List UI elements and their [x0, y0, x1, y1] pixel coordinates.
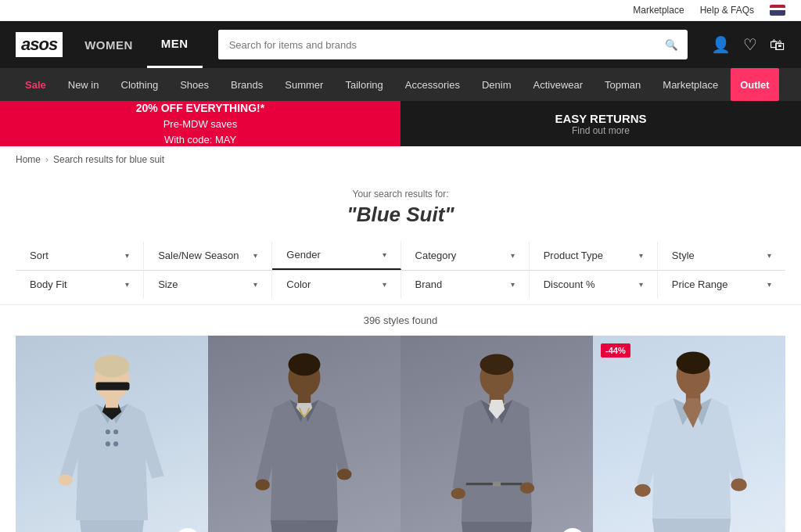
chevron-down-icon: ▾: [383, 280, 386, 289]
product-card-3[interactable]: MIX & MATCH ♡: [400, 336, 593, 532]
filter-category[interactable]: Category ▾: [401, 242, 530, 269]
chevron-down-icon: ▾: [767, 280, 771, 289]
promo-line3: With code: MAY: [164, 134, 236, 146]
svg-point-8: [94, 355, 129, 378]
filter-product-type-label: Product Type: [544, 250, 603, 261]
discount-badge-4: -44%: [601, 343, 630, 358]
filter-discount[interactable]: Discount % ▾: [530, 271, 658, 298]
gender-nav: WOMEN MEN: [70, 21, 203, 68]
header-icons: 👤 ♡ 🛍: [711, 35, 785, 54]
cat-sale[interactable]: Sale: [16, 68, 56, 101]
filter-sort[interactable]: Sort ▾: [16, 242, 144, 269]
search-bar: 🔍: [218, 30, 688, 59]
breadcrumb-home[interactable]: Home: [16, 154, 41, 165]
cat-tailoring[interactable]: Tailoring: [336, 68, 392, 101]
help-link[interactable]: Help & FAQs: [700, 5, 754, 16]
cat-summer[interactable]: Summer: [275, 68, 332, 101]
filter-category-label: Category: [415, 250, 457, 261]
svg-point-10: [289, 354, 321, 376]
svg-rect-13: [298, 392, 311, 403]
product-figure-4: [593, 336, 785, 532]
returns-title: EASY RETURNS: [555, 112, 646, 125]
search-query: "Blue Suit": [16, 203, 785, 227]
chevron-down-icon: ▾: [639, 251, 643, 260]
promo-line1: 20% OFF EVERYTHING!*: [136, 102, 264, 114]
search-label: Your search results for:: [16, 189, 785, 200]
filter-body-fit-label: Body Fit: [30, 279, 67, 290]
nav-men[interactable]: MEN: [147, 21, 203, 68]
bag-icon[interactable]: 🛍: [770, 36, 785, 54]
filter-size[interactable]: Size ▾: [144, 271, 272, 298]
returns-sub[interactable]: Find out more: [555, 125, 646, 136]
nav-women[interactable]: WOMEN: [70, 21, 147, 68]
cat-shoes[interactable]: Shoes: [171, 68, 218, 101]
search-button[interactable]: 🔍: [656, 30, 688, 59]
utility-bar: Marketplace Help & FAQs: [0, 0, 801, 21]
product-figure-2: [208, 336, 400, 532]
product-grid: MIX & MATCH ♡: [0, 336, 801, 532]
logo[interactable]: asos: [16, 32, 63, 57]
filter-sort-label: Sort: [30, 250, 48, 261]
cat-brands[interactable]: Brands: [221, 68, 272, 101]
svg-rect-7: [106, 396, 118, 408]
svg-point-11: [255, 479, 269, 490]
svg-point-5: [113, 441, 118, 446]
breadcrumb: Home › Search results for blue suit: [0, 146, 801, 173]
filter-row-1: Sort ▾ Sale/New Season ▾ Gender ▾ Catego…: [16, 241, 785, 271]
chevron-down-icon: ▾: [253, 280, 257, 289]
cat-topman[interactable]: Topman: [595, 68, 650, 101]
chevron-down-icon: ▾: [511, 280, 515, 289]
cat-marketplace[interactable]: Marketplace: [653, 68, 727, 101]
filter-style[interactable]: Style ▾: [658, 242, 785, 269]
cat-accessories[interactable]: Accessories: [396, 68, 469, 101]
svg-point-4: [113, 430, 118, 434]
filter-sale-new-season[interactable]: Sale/New Season ▾: [144, 242, 272, 269]
breadcrumb-separator: ›: [45, 154, 48, 165]
chevron-down-icon: ▾: [767, 251, 771, 260]
filter-body-fit[interactable]: Body Fit ▾: [16, 271, 144, 298]
svg-point-26: [677, 352, 710, 375]
product-card-1[interactable]: MIX & MATCH ♡: [16, 336, 208, 532]
filter-row-2: Body Fit ▾ Size ▾ Color ▾ Brand ▾ Discou…: [16, 271, 785, 298]
product-image-4: [593, 336, 785, 532]
marketplace-link[interactable]: Marketplace: [633, 5, 684, 16]
promo-line2: Pre-MDW saves: [163, 118, 238, 130]
cat-activewear[interactable]: Activewear: [523, 68, 592, 101]
svg-point-22: [520, 483, 534, 494]
svg-point-29: [731, 478, 747, 491]
filter-price-range[interactable]: Price Range ▾: [658, 271, 785, 298]
results-count: 396 styles found: [0, 305, 801, 336]
chevron-down-icon: ▾: [511, 251, 515, 260]
filter-color[interactable]: Color ▾: [272, 271, 400, 298]
filter-brand-label: Brand: [415, 279, 443, 290]
category-nav: Sale New in Clothing Shoes Brands Summer…: [0, 68, 801, 101]
product-image-3: [400, 336, 593, 532]
filter-sale-label: Sale/New Season: [158, 250, 239, 261]
filter-price-range-label: Price Range: [672, 279, 728, 290]
filter-product-type[interactable]: Product Type ▾: [530, 242, 658, 269]
product-card-2[interactable]: MIX & MATCH: [208, 336, 400, 532]
promo-left: 20% OFF EVERYTHING!* Pre-MDW saves With …: [0, 101, 400, 146]
filter-gender[interactable]: Gender ▾: [272, 241, 400, 270]
search-input[interactable]: [218, 30, 656, 59]
filter-gender-label: Gender: [286, 249, 320, 261]
product-image-2: [208, 336, 400, 532]
svg-point-21: [451, 488, 465, 499]
cat-denim[interactable]: Denim: [472, 68, 521, 101]
cat-new-in[interactable]: New in: [59, 68, 109, 101]
svg-point-17: [480, 354, 513, 376]
svg-point-3: [106, 441, 110, 446]
filter-brand[interactable]: Brand ▾: [401, 271, 530, 298]
cat-clothing[interactable]: Clothing: [112, 68, 168, 101]
filter-bar: Sort ▾ Sale/New Season ▾ Gender ▾ Catego…: [0, 235, 801, 305]
chevron-down-icon: ▾: [125, 251, 129, 260]
product-card-4[interactable]: -44% MIX & MATCH: [593, 336, 785, 532]
wishlist-icon[interactable]: ♡: [743, 35, 757, 54]
filter-color-label: Color: [286, 279, 311, 290]
cat-outlet[interactable]: Outlet: [731, 68, 779, 101]
filter-discount-label: Discount %: [544, 279, 595, 290]
account-icon[interactable]: 👤: [711, 35, 731, 54]
promo-banner: 20% OFF EVERYTHING!* Pre-MDW saves With …: [0, 101, 801, 146]
svg-rect-1: [96, 382, 130, 390]
svg-point-12: [337, 469, 351, 480]
